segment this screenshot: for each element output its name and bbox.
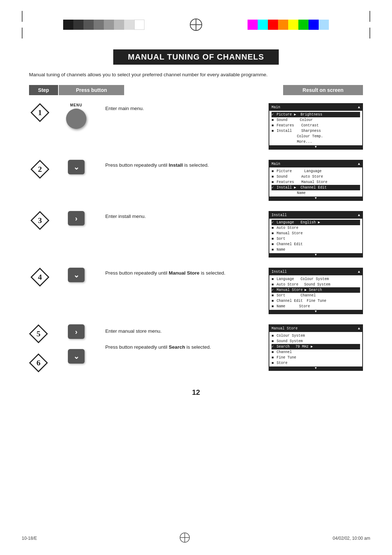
step-row-1: 1 MENU Enter main menu. Main▲ ✓Picture▶B… xyxy=(29,98,363,155)
screen-result-2: Main▲ ■PictureLanguage ■SoundAuto Store … xyxy=(269,160,363,201)
screen-result-1: Main▲ ✓Picture▶Brightness ■SoundColour ■… xyxy=(269,103,363,150)
double-descs-56: Enter manual store menu. Press button re… xyxy=(102,324,269,352)
screen-result-4: Install▲ ■LanguageColour System ■Auto St… xyxy=(269,268,363,314)
footer-right: 04/02/02, 10:00 am xyxy=(333,536,370,541)
step-button-area-3: › xyxy=(51,211,102,226)
right-margin-marks xyxy=(369,11,370,39)
step-number-6: 6 xyxy=(37,358,41,368)
header-result: Result on screen xyxy=(283,85,363,95)
step-desc-4: Press button repeatedly until Manual Sto… xyxy=(102,268,269,279)
step-num-diamond-2: 2 xyxy=(30,160,49,179)
step-desc-5: Enter manual store menu. xyxy=(105,326,261,335)
step-num-wrapper-2: 2 xyxy=(29,160,51,179)
step-desc-6: Press button repeatedly until Search is … xyxy=(105,340,261,351)
step-row-3: 3 › Enter install menu. Install▲ ✓Langua… xyxy=(29,206,363,263)
center-crosshair xyxy=(185,18,207,31)
down-button-6[interactable]: ⌄ xyxy=(68,349,85,364)
header-step: Step xyxy=(29,85,58,95)
right-button-5[interactable]: › xyxy=(68,324,85,339)
footer-left: 10-18/E xyxy=(22,536,37,541)
step-number-3: 3 xyxy=(38,216,42,225)
step-num-wrapper-1: 1 xyxy=(29,103,51,122)
step-desc-2: Press button repeatedly until Install is… xyxy=(102,160,269,171)
page-title-container: MANUAL TUNING OF CHANNELS xyxy=(22,49,370,65)
step-row-56: 5 6 › ⌄ Enter manual store menu. Press b… xyxy=(29,319,363,377)
step-num-wrapper-3: 3 xyxy=(29,211,51,230)
step-row-4: 4 ⌄ Press button repeatedly until Manual… xyxy=(29,263,363,319)
table-header: Step Press button Result on screen xyxy=(29,85,363,95)
footer-crosshair xyxy=(179,532,190,544)
step-number-4: 4 xyxy=(38,272,42,282)
step-desc-1: Enter main menu. xyxy=(102,103,269,114)
double-buttons-56: › ⌄ xyxy=(51,324,102,364)
screen-result-3: Install▲ ✓LanguageEnglish ▶ ■Auto Store … xyxy=(269,211,363,258)
down-button-2[interactable]: ⌄ xyxy=(68,160,85,174)
step-num-diamond-6: 6 xyxy=(29,353,48,372)
double-nums-56: 5 6 xyxy=(29,324,51,372)
left-margin-marks xyxy=(22,11,23,39)
menu-button[interactable] xyxy=(66,109,86,129)
page-title: MANUAL TUNING OF CHANNELS xyxy=(113,49,278,65)
step-button-area-4: ⌄ xyxy=(51,268,102,282)
header-press: Press button xyxy=(59,85,124,95)
down-button-4[interactable]: ⌄ xyxy=(68,268,85,282)
step-num-diamond-3: 3 xyxy=(30,211,49,230)
step-number-1: 1 xyxy=(38,108,42,117)
right-button-3[interactable]: › xyxy=(68,211,85,226)
intro-text: Manual tuning of channels allows you to … xyxy=(29,71,363,78)
step-num-diamond-5: 5 xyxy=(29,324,48,343)
step-row-2: 2 ⌄ Press button repeatedly until Instal… xyxy=(29,155,363,206)
step-desc-3: Enter install menu. xyxy=(102,211,269,222)
page-number-display: 12 xyxy=(0,388,392,397)
color-bar-right xyxy=(248,20,329,30)
menu-btn-label: MENU xyxy=(70,103,82,107)
step-num-diamond-1: 1 xyxy=(30,103,49,122)
grayscale-color-bar xyxy=(63,20,144,30)
steps-container: 1 MENU Enter main menu. Main▲ ✓Picture▶B… xyxy=(29,98,363,377)
screen-result-56: Manual Store▲ ■Colour System ■Sound Syst… xyxy=(269,324,363,371)
top-bar-area xyxy=(0,0,392,46)
step-button-area-2: ⌄ xyxy=(51,160,102,174)
page-footer: 10-18/E 04/02/02, 10:00 am xyxy=(0,532,392,544)
step-number-5: 5 xyxy=(37,329,41,339)
step-button-area-1: MENU xyxy=(51,103,102,129)
step-num-wrapper-4: 4 xyxy=(29,268,51,287)
step-number-2: 2 xyxy=(38,165,42,174)
step-num-diamond-4: 4 xyxy=(30,268,49,287)
